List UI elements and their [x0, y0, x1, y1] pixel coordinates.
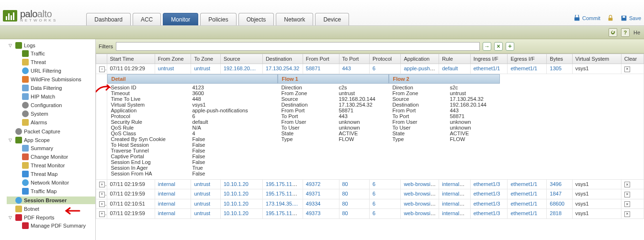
- sidebar-item-traffic[interactable]: Traffic: [13, 50, 95, 57]
- sidebar-item-manage-pdf-summary[interactable]: Manage PDF Summary: [13, 222, 95, 229]
- sidebar-item-configuration[interactable]: Configuration: [13, 101, 95, 109]
- cell-link[interactable]: internal: [158, 181, 175, 187]
- sidebar-item-hip-match[interactable]: HIP Match: [13, 93, 95, 100]
- sidebar-item-wildfire-submissions[interactable]: WildFire Submissions: [13, 76, 95, 83]
- cell-link[interactable]: 6: [373, 181, 375, 187]
- cell-link[interactable]: untrust: [158, 65, 174, 71]
- refresh-icon[interactable]: [609, 28, 617, 37]
- cell-link[interactable]: 173.194.35....: [266, 201, 298, 207]
- cell-link[interactable]: ethernet1/1: [510, 191, 537, 196]
- sidebar-item-threat-monitor[interactable]: Threat Monitor: [13, 162, 95, 169]
- cell-link[interactable]: ethernet1/3: [474, 201, 500, 207]
- cell-link[interactable]: ethernet1/1: [510, 65, 537, 71]
- clear-session-button[interactable]: ×: [624, 211, 630, 217]
- cell-link[interactable]: apple-push-notific...: [404, 65, 439, 71]
- sidebar-item-data-filtering[interactable]: Data Filtering: [13, 84, 95, 92]
- sidebar-item-summary[interactable]: Summary: [13, 144, 95, 152]
- tab-network[interactable]: Network: [276, 13, 313, 25]
- expand-icon[interactable]: +: [99, 201, 105, 207]
- col-destination[interactable]: Destination: [262, 54, 303, 64]
- cell-link[interactable]: internal: [158, 210, 175, 216]
- cell-link[interactable]: untrust: [194, 65, 210, 71]
- sidebar-item-threat-map[interactable]: Threat Map: [13, 170, 95, 178]
- cell-link[interactable]: web-browsing: [404, 181, 436, 187]
- cell-link[interactable]: 58871: [306, 65, 321, 71]
- expand-icon[interactable]: +: [99, 211, 105, 217]
- col-to-zone[interactable]: To Zone: [191, 54, 220, 64]
- lock-action[interactable]: [607, 15, 614, 22]
- commit-action[interactable]: Commit: [574, 15, 600, 22]
- sidebar-item-change-monitor[interactable]: Change Monitor: [13, 153, 95, 161]
- sidebar-item-threat[interactable]: Threat: [13, 58, 95, 66]
- cell-link[interactable]: 6: [373, 210, 375, 216]
- cell-link[interactable]: ethernet1/3: [474, 191, 500, 196]
- clear-session-button[interactable]: ×: [624, 192, 630, 197]
- cell-link[interactable]: 17.130.254.32: [266, 65, 299, 71]
- cell-link[interactable]: 195.175.116....: [266, 191, 301, 196]
- cell-link[interactable]: untrust: [194, 201, 210, 207]
- cell-link[interactable]: 6: [373, 65, 375, 71]
- cell-link[interactable]: web-browsing: [404, 191, 436, 196]
- cell-link[interactable]: ethernet1/3: [474, 210, 500, 216]
- collapse-icon[interactable]: −: [99, 66, 105, 72]
- sidebar-item-traffic-map[interactable]: Traffic Map: [13, 187, 95, 195]
- cell-link[interactable]: 68600: [550, 201, 565, 207]
- cell-link[interactable]: 49371: [306, 191, 321, 196]
- cell-link[interactable]: 195.175.116....: [266, 210, 301, 216]
- cell-link[interactable]: 192.168.20....: [224, 65, 256, 71]
- cell-link[interactable]: 6: [373, 191, 375, 196]
- sidebar-item-alarms[interactable]: Alarms: [13, 119, 95, 126]
- tab-objects[interactable]: Objects: [238, 13, 274, 25]
- cell-link[interactable]: 1305: [550, 65, 561, 71]
- col-bytes[interactable]: Bytes: [547, 54, 572, 64]
- save-action[interactable]: Save: [621, 15, 641, 22]
- cell-link[interactable]: ethernet1/1: [510, 201, 537, 207]
- col-to-port[interactable]: To Port: [339, 54, 369, 64]
- tab-dashboard[interactable]: Dashboard: [86, 13, 131, 25]
- cell-link[interactable]: internal_i...: [442, 181, 468, 187]
- cell-link[interactable]: internal: [158, 191, 175, 196]
- filter-input[interactable]: [116, 42, 480, 51]
- col-protocol[interactable]: Protocol: [369, 54, 400, 64]
- cell-link[interactable]: 10.10.1.20: [224, 191, 249, 196]
- sidebar-item-packet-capture[interactable]: Packet Capture: [7, 128, 95, 135]
- tab-acc[interactable]: ACC: [133, 13, 161, 25]
- tab-monitor[interactable]: Monitor: [163, 13, 198, 25]
- cell-link[interactable]: 1847: [550, 191, 561, 196]
- sidebar-item-session-browser[interactable]: Session Browser: [7, 196, 95, 204]
- col-start-time[interactable]: Start Time: [107, 54, 155, 64]
- cell-link[interactable]: ethernet1/3: [474, 181, 500, 187]
- tab-device[interactable]: Device: [315, 13, 349, 25]
- sidebar-item-system[interactable]: System: [13, 110, 95, 118]
- sidebar-item-botnet[interactable]: Botnet: [7, 205, 95, 213]
- cell-link[interactable]: untrust: [194, 210, 210, 216]
- cell-link[interactable]: 6: [373, 201, 375, 207]
- col-expand[interactable]: [96, 54, 107, 64]
- cell-link[interactable]: 10.10.1.20: [224, 210, 249, 216]
- cell-link[interactable]: 80: [342, 201, 348, 207]
- cell-link[interactable]: 80: [342, 181, 348, 187]
- cell-link[interactable]: untrust: [194, 181, 210, 187]
- sidebar-item-logs[interactable]: ▽Logs: [7, 42, 95, 49]
- col-rule[interactable]: Rule: [439, 54, 470, 64]
- col-virtual-system[interactable]: Virtual System: [572, 54, 621, 64]
- cell-link[interactable]: ethernet1/1: [510, 210, 537, 216]
- cell-link[interactable]: 2818: [550, 210, 561, 216]
- col-egress-i-f[interactable]: Egress I/F: [508, 54, 547, 64]
- cell-link[interactable]: untrust: [194, 191, 210, 196]
- filter-add-button[interactable]: ＋: [506, 42, 514, 51]
- col-application[interactable]: Application: [401, 54, 439, 64]
- sidebar-item-pdf-reports[interactable]: ▽PDF Reports: [7, 214, 95, 221]
- clear-session-button[interactable]: ×: [624, 66, 630, 72]
- cell-link[interactable]: 49334: [306, 201, 321, 207]
- cell-link[interactable]: 10.10.1.20: [224, 181, 249, 187]
- cell-link[interactable]: 80: [342, 191, 348, 196]
- col-from-zone[interactable]: From Zone: [155, 54, 191, 64]
- col-clear[interactable]: Clear: [621, 54, 644, 64]
- cell-link[interactable]: default: [442, 65, 458, 71]
- cell-link[interactable]: internal_i...: [442, 191, 468, 196]
- cell-link[interactable]: internal: [158, 201, 175, 207]
- col-from-port[interactable]: From Port: [303, 54, 339, 64]
- cell-link[interactable]: 3496: [550, 181, 561, 187]
- col-source[interactable]: Source: [220, 54, 262, 64]
